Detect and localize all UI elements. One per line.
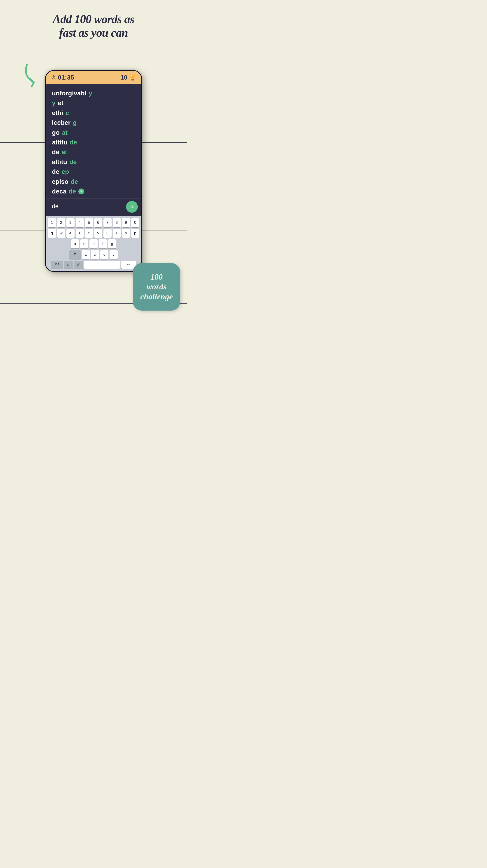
key-1[interactable]: 1 — [48, 218, 56, 227]
word-goat: goat — [52, 128, 135, 137]
word-unforgivably: unforgivably — [52, 88, 135, 98]
key-p[interactable]: p — [131, 229, 139, 238]
key-123[interactable]: 123 — [51, 260, 63, 269]
key-x[interactable]: x — [91, 250, 99, 259]
word-attitude: attitude — [52, 137, 135, 147]
score-display: 10 — [120, 74, 127, 81]
app-badge-line2: words — [140, 282, 173, 291]
key-3[interactable]: 3 — [66, 218, 74, 227]
input-area: de — [45, 198, 141, 216]
keyboard-row-zxcv: ⇧ z x c v — [47, 250, 140, 259]
word-altitude: altitude — [52, 157, 135, 167]
key-8[interactable]: 8 — [113, 218, 121, 227]
key-9[interactable]: 9 — [122, 218, 130, 227]
word-decade: decade ✕ — [52, 186, 135, 196]
word-deep: deep — [52, 167, 135, 177]
key-a[interactable]: a — [71, 239, 79, 248]
word-yet: yet — [52, 98, 135, 108]
trophy-icon: 🏆 — [129, 74, 136, 81]
send-button[interactable] — [126, 201, 138, 213]
keyboard-row-asdf: a s d f g — [47, 239, 140, 248]
current-input: de — [52, 203, 59, 210]
clock-icon: ⏱ — [51, 74, 56, 81]
key-6[interactable]: 6 — [94, 218, 102, 227]
keyboard-row-qwerty: q w e r t y u i o p — [47, 229, 140, 238]
key-emoji[interactable]: ☺ — [64, 260, 73, 269]
key-s[interactable]: s — [80, 239, 88, 248]
headline-line1: Add 100 words as — [53, 13, 134, 26]
keyboard-row-numbers: 1 2 3 4 5 6 7 8 9 0 — [47, 218, 140, 227]
app-badge-text: 100 words challenge — [140, 272, 173, 302]
app-badge-line1: 100 — [140, 272, 173, 282]
key-y[interactable]: y — [94, 229, 102, 238]
word-iceberg: iceberg — [52, 118, 135, 127]
key-z[interactable]: z — [82, 250, 90, 259]
key-d[interactable]: d — [90, 239, 98, 248]
word-list: unforgivably yet ethic iceberg goat atti… — [45, 84, 141, 198]
key-f[interactable]: f — [99, 239, 107, 248]
word-deal: deal — [52, 147, 135, 157]
key-e[interactable]: e — [66, 229, 74, 238]
phone-body: ⏱ 01:35 10 🏆 unforgivably yet ethic iceb… — [45, 70, 142, 272]
key-2[interactable]: 2 — [57, 218, 65, 227]
key-g[interactable]: g — [108, 239, 116, 248]
headline: Add 100 words as fast as you can — [39, 12, 148, 39]
arrow-decoration — [20, 60, 47, 87]
key-7[interactable]: 7 — [103, 218, 111, 227]
time-section: ⏱ 01:35 — [51, 74, 74, 81]
key-space[interactable] — [84, 260, 120, 269]
key-i[interactable]: i — [113, 229, 121, 238]
word-episode: episode — [52, 177, 135, 186]
text-input-wrapper[interactable]: de — [52, 203, 123, 211]
key-5[interactable]: 5 — [85, 218, 93, 227]
key-4[interactable]: 4 — [76, 218, 84, 227]
key-u[interactable]: u — [103, 229, 111, 238]
key-r[interactable]: r — [76, 229, 84, 238]
app-badge: 100 words challenge — [133, 263, 180, 311]
key-0[interactable]: 0 — [131, 218, 139, 227]
key-c[interactable]: c — [100, 250, 108, 259]
key-mic[interactable]: 🎤 — [74, 260, 83, 269]
key-w[interactable]: w — [57, 229, 65, 238]
key-q[interactable]: q — [48, 229, 56, 238]
keyboard: 1 2 3 4 5 6 7 8 9 0 q w e r t y u i — [45, 216, 141, 271]
timer-display: 01:35 — [58, 74, 74, 81]
phone-header: ⏱ 01:35 10 🏆 — [45, 71, 141, 84]
phone-mockup: ⏱ 01:35 10 🏆 unforgivably yet ethic iceb… — [45, 70, 142, 272]
key-o[interactable]: o — [122, 229, 130, 238]
key-v[interactable]: v — [109, 250, 118, 259]
key-return[interactable]: en — [121, 260, 136, 269]
app-badge-line3: challenge — [140, 292, 173, 302]
key-shift[interactable]: ⇧ — [69, 250, 80, 259]
keyboard-row-bottom: 123 ☺ 🎤 en — [47, 260, 140, 269]
key-t[interactable]: t — [85, 229, 93, 238]
headline-line2: fast as you can — [59, 26, 128, 39]
delete-badge[interactable]: ✕ — [78, 188, 84, 194]
word-ethic: ethic — [52, 108, 135, 118]
score-section: 10 🏆 — [120, 74, 136, 81]
